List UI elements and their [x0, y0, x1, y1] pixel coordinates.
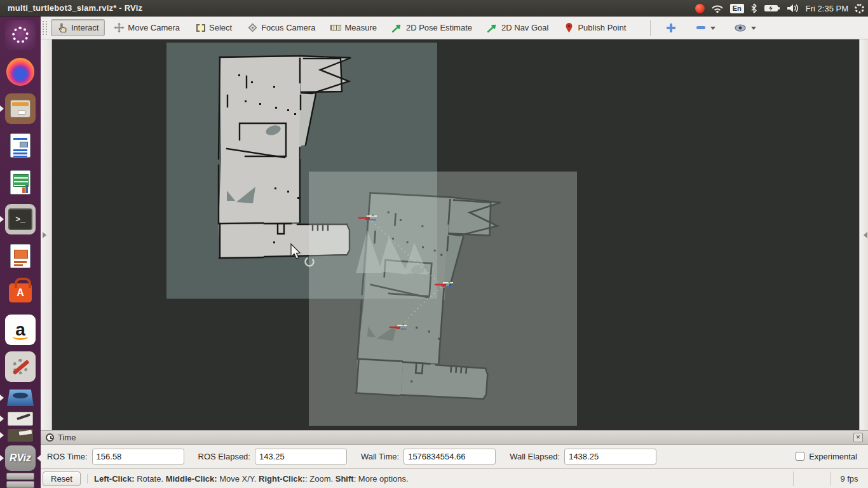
- time-panel-title: Time: [58, 433, 76, 442]
- session-gear-icon[interactable]: [855, 4, 864, 13]
- status-bar: Reset Left-Click: Rotate. Middle-Click: …: [41, 468, 868, 488]
- tool-label: Select: [209, 23, 232, 32]
- toolbar: Interact Move Camera Select Focus Camera…: [41, 17, 868, 39]
- experimental-label: Experimental: [809, 452, 857, 461]
- pose-arrow-icon: [392, 22, 403, 33]
- firefox-icon: [6, 58, 34, 86]
- tool-label: Move Camera: [128, 23, 180, 32]
- nav-goal-arrow-icon: [487, 22, 498, 33]
- select-box-icon: [195, 22, 206, 33]
- launcher-item-terminal[interactable]: >_: [0, 201, 41, 238]
- volume-icon[interactable]: [787, 3, 799, 13]
- files-icon: [5, 93, 36, 124]
- time-panel-clock-icon: [46, 433, 54, 442]
- battery-charging-icon[interactable]: [764, 4, 780, 13]
- expand-left-icon: [860, 232, 867, 238]
- move-camera-icon: [114, 22, 125, 33]
- bluetooth-icon[interactable]: [750, 3, 757, 13]
- tool-2d-nav-goal[interactable]: 2D Nav Goal: [481, 19, 555, 36]
- launcher-item-calc[interactable]: [0, 164, 41, 201]
- experimental-checkbox[interactable]: [796, 452, 804, 461]
- status-cell-blank: [793, 471, 830, 486]
- focus-camera-icon: [247, 22, 258, 33]
- tool-label: Publish Point: [578, 23, 626, 32]
- displays-panel-collapsed[interactable]: [41, 39, 52, 430]
- tool-publish-point[interactable]: Publish Point: [557, 19, 632, 36]
- launcher-item-gazebo[interactable]: [0, 385, 41, 410]
- launcher-item-rviz[interactable]: RViz: [0, 444, 41, 473]
- tool-2d-pose-estimate[interactable]: 2D Pose Estimate: [386, 19, 478, 36]
- clock[interactable]: Fri 2:35 PM: [806, 4, 848, 13]
- mouse-hint-text: Left-Click: Rotate. Middle-Click: Move X…: [87, 474, 409, 484]
- keyboard-layout-indicator[interactable]: En: [730, 4, 744, 13]
- ubuntu-software-icon: A: [9, 283, 32, 302]
- toolbar-grip[interactable]: [43, 21, 47, 35]
- libreoffice-writer-icon: [10, 133, 31, 158]
- chevron-down-icon: [751, 27, 756, 32]
- launcher-item-firefox[interactable]: [0, 53, 41, 90]
- window-title: multi_turtlebot3_slam.rviz* - RViz: [8, 3, 142, 13]
- launcher-item-software[interactable]: A: [0, 274, 41, 311]
- visibility-eye-icon: [735, 24, 746, 32]
- tool-focus-camera[interactable]: Focus Camera: [241, 19, 322, 36]
- reset-button[interactable]: Reset: [43, 471, 81, 486]
- launcher-item-ubuntu-dash[interactable]: [0, 17, 41, 53]
- time-panel-header[interactable]: Time ✕: [41, 430, 868, 445]
- wall-elapsed-input[interactable]: [564, 449, 656, 464]
- rviz-icon: RViz: [5, 445, 36, 471]
- launcher-item-writer[interactable]: [0, 127, 41, 164]
- tool-select[interactable]: Select: [189, 19, 238, 36]
- tool-label: Interact: [71, 23, 98, 32]
- toolbox-icon: [8, 429, 33, 442]
- launcher-item-impress[interactable]: [0, 238, 41, 274]
- tool-label: Measure: [344, 23, 377, 32]
- launcher: >_ A a RViz: [0, 17, 41, 488]
- chevron-down-icon: [710, 27, 715, 32]
- record-icon[interactable]: [695, 4, 705, 13]
- notes-icon: [8, 412, 33, 426]
- remove-icon: [696, 26, 705, 29]
- system-tools-icon: [5, 351, 36, 382]
- measure-ruler-icon: [330, 22, 341, 33]
- slam-3d-view: [52, 39, 859, 430]
- expand-right-icon: [43, 232, 50, 238]
- ros-time-input[interactable]: [92, 449, 184, 464]
- remove-tool-button[interactable]: [690, 22, 722, 34]
- toolbar-separator: [650, 20, 651, 36]
- window-stack-icon: [6, 473, 34, 488]
- views-panel-collapsed[interactable]: [859, 39, 868, 430]
- render-viewport[interactable]: [52, 39, 859, 430]
- libreoffice-impress-icon: [10, 244, 31, 268]
- publish-point-pin-icon: [564, 22, 574, 33]
- amazon-icon: a: [5, 315, 36, 345]
- tool-move-camera[interactable]: Move Camera: [107, 19, 186, 36]
- ros-elapsed-label: ROS Elapsed:: [198, 452, 250, 461]
- time-panel-close-icon[interactable]: ✕: [853, 433, 863, 442]
- ubuntu-dash-icon: [5, 20, 36, 50]
- tool-label: 2D Pose Estimate: [406, 23, 472, 32]
- libreoffice-calc-icon: [10, 170, 31, 194]
- launcher-item-amazon[interactable]: a: [0, 311, 41, 348]
- launcher-item-system-tools[interactable]: [0, 348, 41, 385]
- wall-time-label: Wall Time:: [361, 452, 399, 461]
- wifi-icon[interactable]: [711, 4, 724, 13]
- ros-elapsed-input[interactable]: [255, 449, 347, 464]
- interact-hand-icon: [57, 22, 68, 33]
- gazebo-icon: [7, 390, 34, 406]
- tool-interact[interactable]: Interact: [51, 19, 105, 36]
- tool-label: 2D Nav Goal: [501, 23, 548, 32]
- tool-measure[interactable]: Measure: [324, 19, 383, 36]
- add-tool-button[interactable]: [660, 20, 682, 36]
- add-icon: [666, 23, 676, 33]
- fps-counter: 9 fps: [830, 471, 868, 486]
- terminal-icon: >_: [5, 204, 36, 234]
- launcher-item-toolbox[interactable]: [0, 427, 41, 444]
- wall-elapsed-label: Wall Elapsed:: [510, 452, 560, 461]
- launcher-item-notes[interactable]: [0, 410, 41, 427]
- time-panel: Time ✕ ROS Time: ROS Elapsed: Wall Time:…: [41, 430, 868, 468]
- launcher-item-window-stack[interactable]: [0, 473, 41, 488]
- title-bar: multi_turtlebot3_slam.rviz* - RViz En Fr…: [0, 0, 868, 17]
- launcher-item-files[interactable]: [0, 90, 41, 127]
- visibility-button[interactable]: [728, 21, 763, 35]
- wall-time-input[interactable]: [403, 449, 496, 464]
